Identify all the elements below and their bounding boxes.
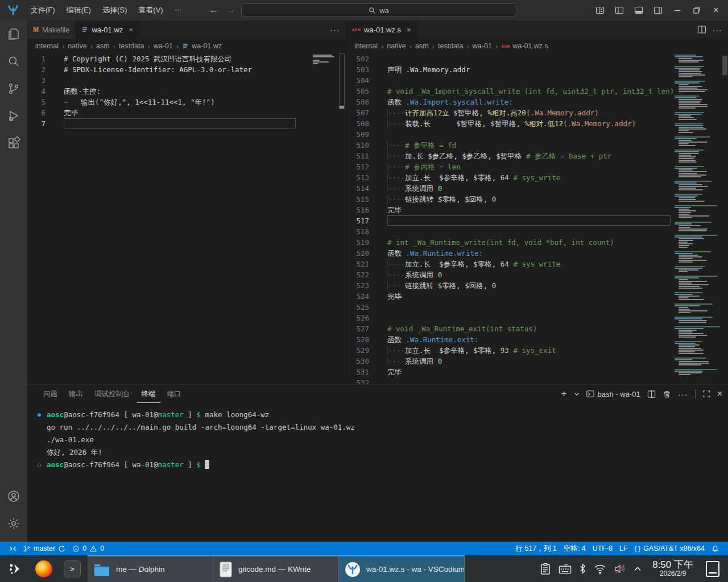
code-line[interactable]: 510····# 参甲格 = fd <box>346 140 728 151</box>
command-decoration-icon[interactable]: ● <box>38 409 41 421</box>
breadcrumb-file[interactable]: ASMwa-01.wz.s <box>501 42 548 50</box>
breadcrumb-item[interactable]: internal <box>35 42 59 50</box>
code-line[interactable]: 512····# 参丙格 = len <box>346 161 728 172</box>
code-line[interactable]: 509 <box>346 129 728 140</box>
terminal-tab-bash[interactable]: bash - wa-01 <box>586 390 640 398</box>
code-line[interactable]: 507····计齐加高12立 $暂甲格, %相对.高20(.Wa.Memory.… <box>346 107 728 118</box>
toggle-panel-icon[interactable] <box>630 2 647 18</box>
task-button-dolphin[interactable]: me — Dolphin <box>88 555 213 582</box>
nav-back-icon[interactable]: ← <box>209 5 218 15</box>
code-line[interactable]: 529····加立.长 $参辛格, $零格, 93 # sys_exit <box>346 345 728 356</box>
remote-indicator[interactable] <box>6 542 20 555</box>
notifications-bell[interactable] <box>708 545 722 552</box>
split-terminal-icon[interactable] <box>647 390 656 398</box>
run-debug-icon[interactable] <box>0 102 27 130</box>
breadcrumb-item[interactable]: asm <box>96 42 110 50</box>
keyboard-tray-icon[interactable] <box>559 563 572 575</box>
breadcrumb-item[interactable]: internal <box>354 42 378 50</box>
code-line[interactable]: 514····系统调用 0 <box>346 183 728 194</box>
konsole-icon[interactable]: > <box>60 557 84 581</box>
customize-layout-icon[interactable] <box>592 2 609 18</box>
git-branch-status[interactable]: master <box>20 542 69 555</box>
toggle-secondary-sidebar-icon[interactable] <box>650 2 667 18</box>
bluetooth-tray-icon[interactable] <box>579 563 586 575</box>
code-line[interactable]: 524完毕 <box>346 291 728 302</box>
toggle-sidebar-icon[interactable] <box>611 2 628 18</box>
code-line[interactable]: 5→ 输出("你好,", 1<<11-11<<1, "年!") <box>27 97 346 107</box>
command-decoration-icon[interactable]: ○ <box>38 459 41 471</box>
encoding[interactable]: UTF-8 <box>589 544 616 552</box>
nav-forward-icon[interactable]: → <box>226 5 235 15</box>
cursor-position[interactable]: 行 517，列 1 <box>512 544 560 554</box>
extensions-icon[interactable] <box>0 130 27 157</box>
scrollbar[interactable] <box>721 53 728 384</box>
code-line[interactable]: 517 <box>346 215 728 226</box>
code-line[interactable]: 522····系统调用 0 <box>346 269 728 280</box>
code-line[interactable]: 521····加立.长 $参辛格, $零格, 64 # sys_write <box>346 259 728 269</box>
minimap[interactable] <box>675 55 721 379</box>
code-line[interactable]: 527# void _Wa_Runtime_exit(int status) <box>346 323 728 334</box>
breadcrumb-item[interactable]: asm <box>415 42 429 50</box>
tab-wa-01.wz[interactable]: wa-01.wz× <box>76 20 139 39</box>
menu-item-0[interactable]: 文件(F) <box>26 3 60 18</box>
source-control-icon[interactable] <box>0 75 27 102</box>
minimap[interactable] <box>313 55 336 65</box>
eol[interactable]: LF <box>616 544 631 552</box>
volume-muted-tray-icon[interactable] <box>614 563 626 575</box>
code-line[interactable]: 2# SPDX-License-Identifier: AGPL-3.0-or-… <box>27 64 346 75</box>
panel-tab-端口[interactable]: 端口 <box>163 385 186 403</box>
breadcrumb-file[interactable]: wa-01.wz <box>182 42 222 50</box>
close-panel-icon[interactable]: × <box>717 389 722 399</box>
show-desktop-icon[interactable] <box>704 560 721 577</box>
account-icon[interactable] <box>0 483 27 510</box>
code-line[interactable]: 518 <box>346 226 728 237</box>
task-button-vscodium[interactable]: wa-01.wz.s - wa - VSCodium <box>339 555 465 582</box>
code-line[interactable]: 4函数·主控: <box>27 86 346 97</box>
firefox-icon[interactable] <box>32 557 56 581</box>
code-line[interactable]: 503声明 .Wa.Memory.addr <box>346 64 728 75</box>
code-line[interactable]: 532 <box>346 377 728 384</box>
command-center-search[interactable]: wa <box>241 3 516 17</box>
panel-tab-问题[interactable]: 问题 <box>39 385 62 403</box>
editor-actions-more-icon[interactable]: ··· <box>712 25 722 35</box>
minimize-button[interactable] <box>669 2 686 18</box>
wifi-tray-icon[interactable] <box>594 564 606 574</box>
menu-item-4[interactable]: ··· <box>170 3 187 18</box>
close-tab-icon[interactable]: × <box>407 26 411 34</box>
code-line[interactable]: 525 <box>346 302 728 313</box>
tray-expand-chevron-icon[interactable] <box>634 566 642 572</box>
panel-tab-输出[interactable]: 输出 <box>64 385 88 403</box>
code-line[interactable]: 502 <box>346 53 728 64</box>
editor-left[interactable]: 1# Copyright (C) 2025 武汉凹语言科技有限公司2# SPDX… <box>27 53 346 384</box>
breadcrumb-item[interactable]: wa-01 <box>473 42 492 50</box>
code-line[interactable]: 515····链接跳转 $零格, $回格, 0 <box>346 194 728 205</box>
code-line[interactable]: 508····装载.长 $暂甲格, $暂甲格, %相对.低12(.Wa.Memo… <box>346 118 728 129</box>
app-launcher-icon[interactable] <box>3 557 27 581</box>
tab-Makefile[interactable]: MMakefile <box>27 20 76 39</box>
menu-item-3[interactable]: 查看(V) <box>134 3 167 18</box>
code-line[interactable]: 504 <box>346 75 728 86</box>
code-line[interactable]: 513····加立.长 $参辛格, $零格, 64 # sys_write <box>346 172 728 183</box>
split-editor-icon[interactable] <box>697 25 706 34</box>
clock[interactable]: 8:50 下午 2026/2/9 <box>652 560 693 578</box>
explorer-icon[interactable] <box>0 20 27 48</box>
code-line[interactable]: 506函数 .Wa.Import.syscall.write: <box>346 97 728 107</box>
maximize-panel-icon[interactable] <box>702 390 710 398</box>
breadcrumb-item[interactable]: testdata <box>119 42 144 50</box>
new-terminal-icon[interactable]: + <box>561 388 567 400</box>
code-line[interactable]: 520函数 .Wa.Runtime.write: <box>346 248 728 259</box>
close-tab-icon[interactable]: × <box>129 26 133 34</box>
code-line[interactable]: 519# int _Wa_Runtime_write(int fd, void … <box>346 237 728 248</box>
menu-item-2[interactable]: 选择(S) <box>98 3 131 18</box>
menu-item-1[interactable]: 编辑(E) <box>62 3 96 18</box>
kill-terminal-icon[interactable] <box>663 390 671 398</box>
code-line[interactable]: 528函数 .Wa.Runtime.exit: <box>346 334 728 345</box>
settings-gear-icon[interactable] <box>0 510 27 537</box>
scrollbar[interactable] <box>339 53 345 109</box>
breadcrumb-item[interactable]: native <box>387 42 406 50</box>
code-line[interactable]: 3 <box>27 75 346 86</box>
panel-tab-终端[interactable]: 终端 <box>137 385 160 403</box>
code-line[interactable]: 511····加.长 $参乙格, $参乙格, $暂甲格 # 参乙格 = base… <box>346 151 728 161</box>
restore-button[interactable] <box>688 2 705 18</box>
breadcrumb-item[interactable]: testdata <box>438 42 463 50</box>
